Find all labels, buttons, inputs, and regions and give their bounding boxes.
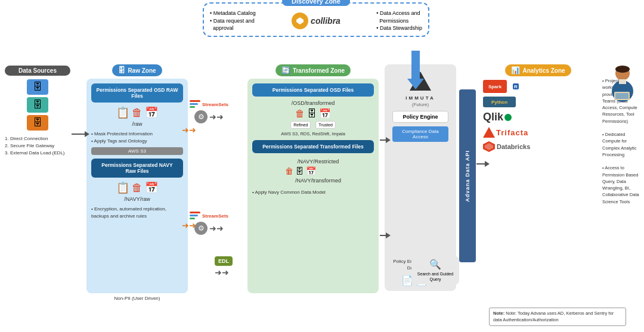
db-icon-orange: 🗄 (27, 115, 48, 131)
compliance-box: Compliance Data Access (392, 126, 448, 142)
source-labels: 1. Direct Connection 2. Secure File Gate… (5, 135, 70, 157)
raw-bullets-1: • Mask Protected Information • Apply Tag… (91, 131, 183, 145)
transformed-zone-label: 🔄 Transformed Zone (275, 64, 351, 76)
osd-raw-icons: 📋 🗑 📅 (91, 106, 183, 119)
edl-label: EDL (215, 256, 233, 266)
raw-zone-bg: Permissions Separated OSD RAW Files 📋 🗑 … (86, 79, 188, 293)
navy-raw-icons: 📋 🗑 📅 (91, 181, 183, 194)
transformed-bullets: • Apply Navy Common Data Model (252, 189, 374, 196)
edl-arrows: ➜➜ (215, 268, 233, 277)
discovery-zone: Discovery Zone • Metadata Catalog • Data… (203, 2, 429, 37)
advana-api-bar: Advana Data API (459, 89, 476, 262)
raw-bullets-2: • Encryption, automated replication, bac… (91, 206, 183, 220)
collibra-logo: collibra (292, 13, 340, 29)
refined-tag: Refined (290, 121, 311, 129)
svg-rect-7 (615, 93, 628, 99)
raw-zone: 🗄 Raw Zone Permissions Separated OSD RAW… (86, 64, 188, 301)
qlik-logo: Qlik (483, 111, 512, 123)
person-icon-area (605, 64, 640, 103)
transformed-immuta-arrow (380, 137, 391, 143)
search-icon: 🔍 (414, 259, 457, 270)
osd-transformed-box: Permissions Separated OSD Files (252, 83, 374, 97)
discovery-right-text: • Data Access and Permissions • Data Ste… (376, 10, 422, 32)
main-diagram: Discovery Zone • Metadata Catalog • Data… (0, 0, 644, 332)
transformed-immuta-arrow-2 (380, 232, 391, 238)
analytics-zone: 📊 Analytics Zone Spark R Python (483, 64, 593, 152)
trifacta-icon (483, 127, 495, 138)
transformed-label-row: 🔄 Transformed Zone (247, 64, 379, 76)
gear-icon-top: ⚙ (194, 110, 208, 123)
spark-r-row: Spark R (483, 80, 593, 93)
streamsets-icon-top (190, 100, 200, 108)
streamsets-bottom: StreamSets ⚙ ➜➜ (190, 212, 228, 235)
advana-api-text: Advana Data API (465, 150, 470, 202)
policy-engine-box: Policy Engine (392, 111, 448, 123)
search-guided-label: Search and Guided Query (414, 271, 457, 282)
analytics-zone-label: 📊 Analytics Zone (505, 64, 571, 76)
top-arrows: ⚙ ➜➜ (194, 110, 224, 123)
python-logo: Python (483, 97, 516, 107)
discovery-zone-title: Discovery Zone (282, 0, 350, 6)
navy-path-icons: 🗑 /NAVY/Restricted 🗄 📅 /NAVY/transformed (252, 157, 374, 185)
api-analytics-arrow (476, 161, 490, 167)
streamsets-top: StreamSets ⚙ ➜➜ (190, 100, 228, 123)
trifacta-row: Trifacta (483, 127, 593, 138)
navy-transformed-path: /NAVY/transformed (295, 178, 341, 184)
navy-transformed-box: Permissions Separated Transformed Files (252, 140, 374, 153)
osd-raw-path: /raw (91, 121, 183, 127)
trusted-tag: Trusted (315, 121, 335, 129)
bottom-arrows: ⚙ ➜➜ (194, 222, 224, 235)
person-icon (605, 64, 640, 103)
osd-transformed-path: /OSD/transformed (252, 100, 374, 106)
navy-raw-box: Permissions Separated NAVY Raw Files (91, 159, 183, 178)
databricks-row: Databricks (483, 141, 593, 152)
immuta-logo: IMMUTA (405, 95, 435, 101)
svg-rect-5 (619, 79, 626, 84)
aws-label: AWS S3 (91, 147, 183, 155)
db-icon-teal: 🗄 (27, 97, 48, 113)
navy-restricted-path: /NAVY/Restricted (295, 159, 341, 165)
refined-trusted-tags: Refined Trusted (252, 121, 374, 129)
raw-zone-label: 🗄 Raw Zone (112, 64, 162, 76)
osd-transformed-icons: 🗑 🗄 📅 (252, 108, 374, 119)
analytics-label-row: 📊 Analytics Zone (483, 64, 593, 76)
search-guided-box: 🔍 Search and Guided Query (411, 256, 459, 284)
db-icon-osd: 🗄 (27, 79, 48, 95)
navy-raw-path: /NAVY/raw (91, 196, 183, 202)
gear-icon-bottom: ⚙ (194, 222, 208, 235)
streamsets-icon-bottom (190, 212, 200, 220)
aws-rds-label: AWS S3, RDS, RedShift, Impala (252, 131, 374, 136)
source-to-raw-arrow (72, 131, 89, 137)
collibra-icon (292, 13, 308, 29)
discovery-left-text: • Metadata Catalog • Data request and ap… (210, 10, 256, 32)
qlik-circle (504, 114, 512, 121)
data-sources-section: Data Sources 🗄 🗄 🗄 1. Direct Connection … (5, 66, 70, 157)
immuta-future: (Future) (412, 102, 429, 107)
edl-box: EDL ➜➜ (215, 256, 233, 277)
trifacta-logo: Trifacta (483, 127, 528, 138)
data-sources-title: Data Sources (5, 66, 70, 76)
qlik-row: Qlik (483, 111, 593, 123)
python-row: Python (483, 97, 593, 107)
osd-raw-box: Permissions Separated OSD RAW Files (91, 83, 183, 103)
orange-arrows-top: ➜➜ (182, 125, 196, 135)
discovery-arrow-head (407, 79, 424, 89)
non-pii-label: Non-PII (User Driven) (86, 296, 188, 301)
databricks-logo: Databricks (483, 141, 530, 152)
note-box: Note: Note: Today Advana uses AD, Kerber… (489, 308, 626, 326)
db-icons: 🗄 🗄 🗄 (5, 79, 70, 131)
svg-point-3 (615, 66, 630, 73)
streamsets-logo-top: StreamSets (190, 100, 228, 108)
transformed-zone-bg: Permissions Separated OSD Files /OSD/tra… (247, 79, 379, 293)
transformed-zone: 🔄 Transformed Zone Permissions Separated… (247, 64, 379, 293)
databricks-icon (483, 141, 495, 152)
raw-zone-label-row: 🗄 Raw Zone (86, 64, 188, 76)
navy-db-icons: 🗄 📅 (295, 166, 341, 176)
analytics-tools: Spark R Python Qlik (483, 80, 593, 152)
streamsets-logo-bottom: StreamSets (190, 212, 228, 220)
r-logo: R (513, 83, 519, 89)
spark-logo: Spark (483, 80, 507, 93)
discovery-arrow-body (411, 51, 420, 80)
